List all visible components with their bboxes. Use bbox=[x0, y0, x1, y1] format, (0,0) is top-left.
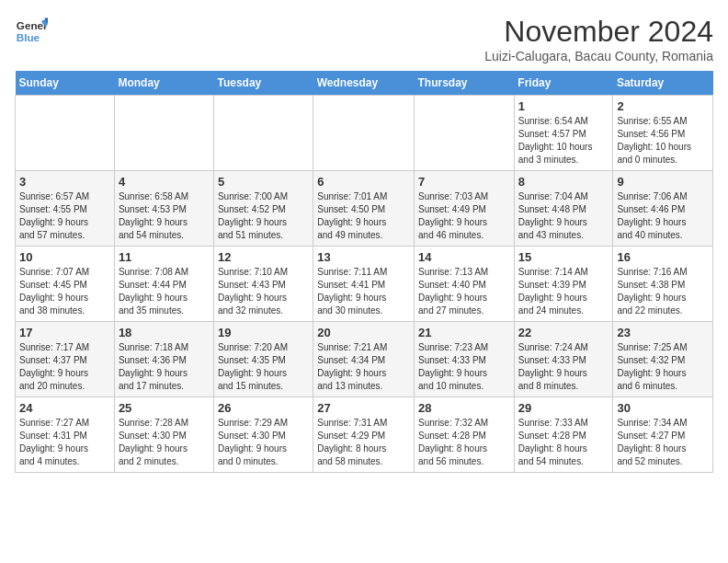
calendar-cell: 9Sunrise: 7:06 AM Sunset: 4:46 PM Daylig… bbox=[613, 171, 713, 247]
day-info: Sunrise: 7:28 AM Sunset: 4:30 PM Dayligh… bbox=[119, 417, 210, 468]
calendar-cell: 17Sunrise: 7:17 AM Sunset: 4:37 PM Dayli… bbox=[16, 322, 115, 397]
calendar-cell: 27Sunrise: 7:31 AM Sunset: 4:29 PM Dayli… bbox=[313, 397, 415, 473]
calendar-table: SundayMondayTuesdayWednesdayThursdayFrid… bbox=[15, 71, 713, 473]
logo-icon: General Blue bbox=[15, 15, 48, 48]
day-number: 4 bbox=[119, 175, 210, 189]
day-number: 15 bbox=[518, 250, 609, 264]
day-number: 27 bbox=[317, 401, 410, 415]
day-number: 22 bbox=[518, 326, 609, 339]
day-number: 16 bbox=[617, 250, 709, 264]
day-info: Sunrise: 7:04 AM Sunset: 4:48 PM Dayligh… bbox=[518, 190, 609, 242]
logo: General Blue bbox=[15, 15, 48, 48]
day-number: 2 bbox=[617, 99, 709, 113]
calendar-cell: 20Sunrise: 7:21 AM Sunset: 4:34 PM Dayli… bbox=[313, 322, 415, 397]
calendar-cell: 30Sunrise: 7:34 AM Sunset: 4:27 PM Dayli… bbox=[613, 397, 713, 473]
calendar-cell: 14Sunrise: 7:13 AM Sunset: 4:40 PM Dayli… bbox=[415, 247, 515, 322]
calendar-cell: 2Sunrise: 6:55 AM Sunset: 4:56 PM Daylig… bbox=[613, 96, 713, 171]
day-number: 10 bbox=[19, 250, 110, 264]
calendar-cell: 7Sunrise: 7:03 AM Sunset: 4:49 PM Daylig… bbox=[415, 171, 515, 247]
day-info: Sunrise: 7:11 AM Sunset: 4:41 PM Dayligh… bbox=[317, 266, 410, 317]
day-number: 29 bbox=[518, 401, 609, 415]
day-number: 30 bbox=[617, 401, 709, 415]
day-number: 18 bbox=[119, 326, 210, 339]
day-number: 28 bbox=[418, 401, 510, 415]
calendar-cell: 18Sunrise: 7:18 AM Sunset: 4:36 PM Dayli… bbox=[114, 322, 213, 397]
day-info: Sunrise: 7:07 AM Sunset: 4:45 PM Dayligh… bbox=[19, 266, 110, 317]
svg-text:Blue: Blue bbox=[17, 31, 40, 43]
calendar-cell: 13Sunrise: 7:11 AM Sunset: 4:41 PM Dayli… bbox=[313, 247, 415, 322]
day-number: 24 bbox=[19, 401, 110, 415]
day-info: Sunrise: 7:29 AM Sunset: 4:30 PM Dayligh… bbox=[218, 417, 309, 468]
day-number: 11 bbox=[119, 250, 210, 264]
day-number: 17 bbox=[19, 326, 110, 339]
day-info: Sunrise: 7:27 AM Sunset: 4:31 PM Dayligh… bbox=[19, 417, 110, 468]
day-info: Sunrise: 7:25 AM Sunset: 4:32 PM Dayligh… bbox=[617, 341, 709, 393]
day-number: 13 bbox=[317, 250, 410, 264]
day-number: 3 bbox=[19, 175, 110, 189]
day-info: Sunrise: 7:21 AM Sunset: 4:34 PM Dayligh… bbox=[317, 341, 410, 393]
day-number: 21 bbox=[418, 326, 510, 339]
day-info: Sunrise: 7:16 AM Sunset: 4:38 PM Dayligh… bbox=[617, 266, 709, 317]
day-info: Sunrise: 7:01 AM Sunset: 4:50 PM Dayligh… bbox=[317, 190, 410, 242]
day-info: Sunrise: 7:08 AM Sunset: 4:44 PM Dayligh… bbox=[119, 266, 210, 317]
day-info: Sunrise: 7:17 AM Sunset: 4:37 PM Dayligh… bbox=[19, 341, 110, 393]
day-number: 23 bbox=[617, 326, 709, 339]
subtitle: Luizi-Calugara, Bacau County, Romania bbox=[484, 49, 713, 63]
day-number: 1 bbox=[518, 99, 609, 113]
calendar-cell: 10Sunrise: 7:07 AM Sunset: 4:45 PM Dayli… bbox=[16, 247, 115, 322]
day-info: Sunrise: 7:03 AM Sunset: 4:49 PM Dayligh… bbox=[418, 190, 510, 242]
calendar-cell: 22Sunrise: 7:24 AM Sunset: 4:33 PM Dayli… bbox=[514, 322, 613, 397]
calendar-cell: 24Sunrise: 7:27 AM Sunset: 4:31 PM Dayli… bbox=[16, 397, 115, 473]
day-info: Sunrise: 7:33 AM Sunset: 4:28 PM Dayligh… bbox=[518, 417, 609, 468]
calendar-cell: 6Sunrise: 7:01 AM Sunset: 4:50 PM Daylig… bbox=[313, 171, 415, 247]
weekday-thursday: Thursday bbox=[415, 71, 515, 96]
calendar-cell bbox=[16, 96, 115, 171]
weekday-header-row: SundayMondayTuesdayWednesdayThursdayFrid… bbox=[16, 71, 713, 96]
day-number: 5 bbox=[218, 175, 309, 189]
day-number: 9 bbox=[617, 175, 709, 189]
calendar-cell: 8Sunrise: 7:04 AM Sunset: 4:48 PM Daylig… bbox=[514, 171, 613, 247]
day-number: 26 bbox=[218, 401, 309, 415]
week-row-3: 17Sunrise: 7:17 AM Sunset: 4:37 PM Dayli… bbox=[16, 322, 713, 397]
calendar-cell: 19Sunrise: 7:20 AM Sunset: 4:35 PM Dayli… bbox=[213, 322, 313, 397]
calendar-cell: 23Sunrise: 7:25 AM Sunset: 4:32 PM Dayli… bbox=[613, 322, 713, 397]
calendar-cell: 3Sunrise: 6:57 AM Sunset: 4:55 PM Daylig… bbox=[16, 171, 115, 247]
day-info: Sunrise: 7:13 AM Sunset: 4:40 PM Dayligh… bbox=[418, 266, 510, 317]
weekday-monday: Monday bbox=[114, 71, 213, 96]
title-block: November 2024 Luizi-Calugara, Bacau Coun… bbox=[484, 15, 713, 63]
week-row-2: 10Sunrise: 7:07 AM Sunset: 4:45 PM Dayli… bbox=[16, 247, 713, 322]
weekday-wednesday: Wednesday bbox=[313, 71, 415, 96]
page-header: General Blue November 2024 Luizi-Calugar… bbox=[15, 15, 713, 63]
weekday-tuesday: Tuesday bbox=[213, 71, 313, 96]
calendar-cell: 5Sunrise: 7:00 AM Sunset: 4:52 PM Daylig… bbox=[213, 171, 313, 247]
day-info: Sunrise: 7:32 AM Sunset: 4:28 PM Dayligh… bbox=[418, 417, 510, 468]
day-number: 19 bbox=[218, 326, 309, 339]
calendar-cell: 12Sunrise: 7:10 AM Sunset: 4:43 PM Dayli… bbox=[213, 247, 313, 322]
calendar-cell: 29Sunrise: 7:33 AM Sunset: 4:28 PM Dayli… bbox=[514, 397, 613, 473]
calendar-cell: 1Sunrise: 6:54 AM Sunset: 4:57 PM Daylig… bbox=[514, 96, 613, 171]
day-number: 6 bbox=[317, 175, 410, 189]
day-info: Sunrise: 7:31 AM Sunset: 4:29 PM Dayligh… bbox=[317, 417, 410, 468]
week-row-0: 1Sunrise: 6:54 AM Sunset: 4:57 PM Daylig… bbox=[16, 96, 713, 171]
day-number: 20 bbox=[317, 326, 410, 339]
day-info: Sunrise: 6:54 AM Sunset: 4:57 PM Dayligh… bbox=[518, 115, 609, 167]
weekday-saturday: Saturday bbox=[613, 71, 713, 96]
calendar-cell: 4Sunrise: 6:58 AM Sunset: 4:53 PM Daylig… bbox=[114, 171, 213, 247]
day-info: Sunrise: 7:00 AM Sunset: 4:52 PM Dayligh… bbox=[218, 190, 309, 242]
calendar-cell bbox=[415, 96, 515, 171]
calendar-cell: 26Sunrise: 7:29 AM Sunset: 4:30 PM Dayli… bbox=[213, 397, 313, 473]
day-number: 14 bbox=[418, 250, 510, 264]
calendar-cell: 15Sunrise: 7:14 AM Sunset: 4:39 PM Dayli… bbox=[514, 247, 613, 322]
day-info: Sunrise: 7:18 AM Sunset: 4:36 PM Dayligh… bbox=[119, 341, 210, 393]
week-row-1: 3Sunrise: 6:57 AM Sunset: 4:55 PM Daylig… bbox=[16, 171, 713, 247]
day-info: Sunrise: 7:14 AM Sunset: 4:39 PM Dayligh… bbox=[518, 266, 609, 317]
calendar-cell: 21Sunrise: 7:23 AM Sunset: 4:33 PM Dayli… bbox=[415, 322, 515, 397]
day-info: Sunrise: 6:58 AM Sunset: 4:53 PM Dayligh… bbox=[119, 190, 210, 242]
week-row-4: 24Sunrise: 7:27 AM Sunset: 4:31 PM Dayli… bbox=[16, 397, 713, 473]
calendar-cell bbox=[114, 96, 213, 171]
day-number: 25 bbox=[119, 401, 210, 415]
day-info: Sunrise: 7:24 AM Sunset: 4:33 PM Dayligh… bbox=[518, 341, 609, 393]
month-title: November 2024 bbox=[484, 15, 713, 49]
day-info: Sunrise: 6:55 AM Sunset: 4:56 PM Dayligh… bbox=[617, 115, 709, 167]
day-info: Sunrise: 7:06 AM Sunset: 4:46 PM Dayligh… bbox=[617, 190, 709, 242]
